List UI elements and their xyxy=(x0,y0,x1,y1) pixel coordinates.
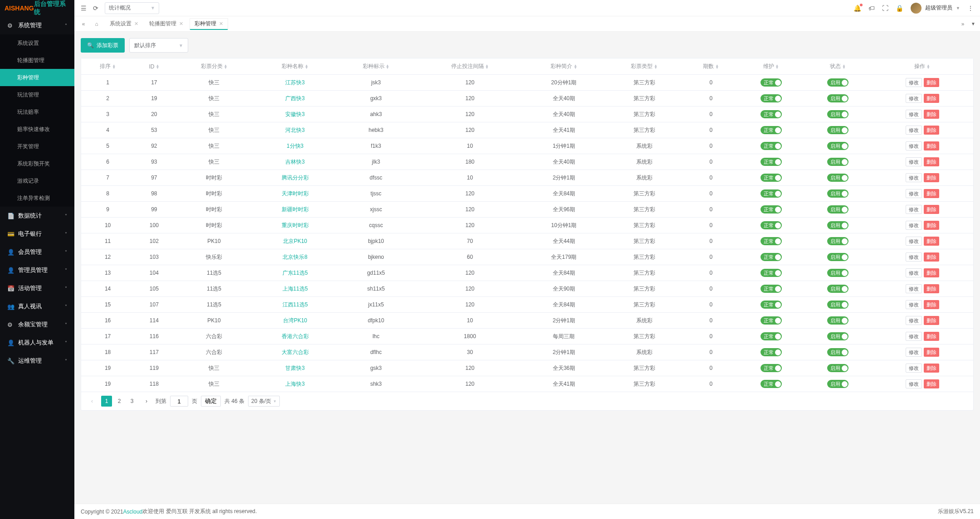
sort-icon[interactable]: ▲▼ xyxy=(775,64,779,69)
menu-group-9[interactable]: 🔧运维管理˅ xyxy=(0,352,74,370)
lottery-name-link[interactable]: 河北快3 xyxy=(285,127,305,133)
edit-button[interactable]: 修改 xyxy=(906,252,922,262)
menu-group-2[interactable]: 💳电子银行˅ xyxy=(0,225,74,243)
edit-button[interactable]: 修改 xyxy=(906,94,922,103)
delete-button[interactable]: 删除 xyxy=(924,284,939,293)
status-toggle[interactable]: 启用 xyxy=(827,78,848,87)
menu-item[interactable]: 开奖管理 xyxy=(0,138,74,155)
menu-item[interactable]: 轮播图管理 xyxy=(0,52,74,69)
menu-item[interactable]: 赔率快速修改 xyxy=(0,121,74,138)
sort-icon[interactable]: ▲▼ xyxy=(112,64,116,69)
lottery-name-link[interactable]: 吉林快3 xyxy=(285,159,305,165)
refresh-icon[interactable]: ⟳ xyxy=(93,5,98,12)
column-header[interactable]: 操作▲▼ xyxy=(871,58,973,75)
close-icon[interactable]: ✕ xyxy=(179,21,183,27)
pager-page[interactable]: 3 xyxy=(127,396,137,407)
lottery-name-link[interactable]: 腾讯分分彩 xyxy=(282,175,309,181)
column-header[interactable]: 停止投注间隔▲▼ xyxy=(416,58,524,75)
lottery-name-link[interactable]: 安徽快3 xyxy=(285,111,305,117)
menu-group-1[interactable]: 📄数据统计˅ xyxy=(0,207,74,225)
lottery-name-link[interactable]: 上海快3 xyxy=(285,381,305,387)
delete-button[interactable]: 删除 xyxy=(924,364,939,373)
lottery-name-link[interactable]: 香港六合彩 xyxy=(282,333,309,340)
status-toggle[interactable]: 启用 xyxy=(827,174,848,182)
maintain-toggle[interactable]: 正常 xyxy=(761,237,782,245)
delete-button[interactable]: 删除 xyxy=(924,252,939,262)
lottery-name-link[interactable]: 广东11选5 xyxy=(283,270,308,276)
menu-item[interactable]: 玩法赔率 xyxy=(0,103,74,121)
lock-icon[interactable]: 🔒 xyxy=(896,5,903,12)
maintain-toggle[interactable]: 正常 xyxy=(761,285,782,293)
edit-button[interactable]: 修改 xyxy=(906,237,922,246)
status-toggle[interactable]: 启用 xyxy=(827,110,848,118)
status-toggle[interactable]: 启用 xyxy=(827,348,848,356)
sort-icon[interactable]: ▲▼ xyxy=(386,64,390,69)
edit-button[interactable]: 修改 xyxy=(906,316,922,325)
delete-button[interactable]: 删除 xyxy=(924,237,939,246)
status-toggle[interactable]: 启用 xyxy=(827,142,848,150)
status-toggle[interactable]: 启用 xyxy=(827,380,848,388)
maintain-toggle[interactable]: 正常 xyxy=(761,253,782,261)
maintain-toggle[interactable]: 正常 xyxy=(761,94,782,102)
lottery-name-link[interactable]: 江西11选5 xyxy=(283,301,308,308)
status-toggle[interactable]: 启用 xyxy=(827,158,848,166)
lottery-name-link[interactable]: 大富六合彩 xyxy=(282,349,309,355)
maintain-toggle[interactable]: 正常 xyxy=(761,269,782,277)
sort-select[interactable]: 默认排序 ▼ xyxy=(129,38,188,53)
edit-button[interactable]: 修改 xyxy=(906,348,922,357)
tag-icon[interactable]: 🏷 xyxy=(868,5,875,12)
pager-next[interactable]: › xyxy=(141,396,152,407)
tabs-prev-icon[interactable]: « xyxy=(79,21,88,27)
home-tab-icon[interactable]: ⌂ xyxy=(91,18,102,30)
lottery-name-link[interactable]: 新疆时时彩 xyxy=(282,206,309,213)
delete-button[interactable]: 删除 xyxy=(924,78,939,87)
status-toggle[interactable]: 启用 xyxy=(827,301,848,309)
sort-icon[interactable]: ▲▼ xyxy=(926,64,930,69)
lottery-name-link[interactable]: 上海11选5 xyxy=(283,286,308,292)
menu-group-4[interactable]: 👤管理员管理˅ xyxy=(0,261,74,279)
column-header[interactable]: 彩种标示▲▼ xyxy=(336,58,416,75)
edit-button[interactable]: 修改 xyxy=(906,126,922,135)
lottery-name-link[interactable]: 台湾PK10 xyxy=(283,317,307,324)
add-lottery-button[interactable]: 🔍 添加彩票 xyxy=(81,38,125,53)
menu-group-7[interactable]: ⚙余额宝管理˅ xyxy=(0,315,74,334)
delete-button[interactable]: 删除 xyxy=(924,94,939,103)
maintain-toggle[interactable]: 正常 xyxy=(761,142,782,150)
sort-icon[interactable]: ▲▼ xyxy=(715,64,719,69)
maintain-toggle[interactable]: 正常 xyxy=(761,174,782,182)
delete-button[interactable]: 删除 xyxy=(924,157,939,166)
maintain-toggle[interactable]: 正常 xyxy=(761,221,782,229)
edit-button[interactable]: 修改 xyxy=(906,173,922,182)
sort-icon[interactable]: ▲▼ xyxy=(485,64,489,69)
status-toggle[interactable]: 启用 xyxy=(827,269,848,277)
delete-button[interactable]: 删除 xyxy=(924,141,939,150)
fullscreen-icon[interactable]: ⛶ xyxy=(882,5,888,12)
status-toggle[interactable]: 启用 xyxy=(827,94,848,102)
column-header[interactable]: 彩种名称▲▼ xyxy=(254,58,336,75)
edit-button[interactable]: 修改 xyxy=(906,284,922,293)
menu-item[interactable]: 注单异常检测 xyxy=(0,189,74,207)
column-header[interactable]: 排序▲▼ xyxy=(81,58,134,75)
tab[interactable]: 轮播图管理✕ xyxy=(145,18,188,30)
column-header[interactable]: 彩票类型▲▼ xyxy=(604,58,684,75)
delete-button[interactable]: 删除 xyxy=(924,173,939,182)
delete-button[interactable]: 删除 xyxy=(924,316,939,325)
maintain-toggle[interactable]: 正常 xyxy=(761,126,782,134)
edit-button[interactable]: 修改 xyxy=(906,189,922,198)
maintain-toggle[interactable]: 正常 xyxy=(761,205,782,213)
sort-icon[interactable]: ▲▼ xyxy=(654,64,658,69)
lottery-name-link[interactable]: 甘肃快3 xyxy=(285,365,305,371)
status-toggle[interactable]: 启用 xyxy=(827,285,848,293)
tabs-next-icon[interactable]: » xyxy=(958,21,967,27)
sort-icon[interactable]: ▲▼ xyxy=(574,64,577,69)
maintain-toggle[interactable]: 正常 xyxy=(761,189,782,198)
status-toggle[interactable]: 启用 xyxy=(827,364,848,372)
maintain-toggle[interactable]: 正常 xyxy=(761,348,782,356)
edit-button[interactable]: 修改 xyxy=(906,78,922,87)
delete-button[interactable]: 删除 xyxy=(924,110,939,119)
edit-button[interactable]: 修改 xyxy=(906,221,922,230)
pager-confirm-button[interactable]: 确定 xyxy=(201,396,221,407)
close-icon[interactable]: ✕ xyxy=(219,21,223,27)
edit-button[interactable]: 修改 xyxy=(906,379,922,388)
column-header[interactable]: 状态▲▼ xyxy=(804,58,871,75)
